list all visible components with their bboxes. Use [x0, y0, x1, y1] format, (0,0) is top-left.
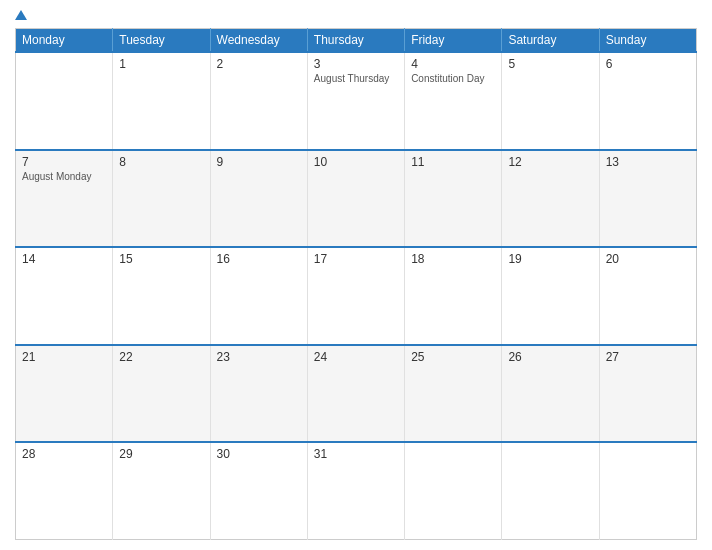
calendar-cell: 22 [113, 345, 210, 443]
calendar-week-1: 123August Thursday4Constitution Day56 [16, 52, 697, 150]
weekday-header-wednesday: Wednesday [210, 29, 307, 53]
calendar-cell: 7August Monday [16, 150, 113, 248]
calendar-cell: 2 [210, 52, 307, 150]
day-number: 18 [411, 252, 495, 266]
calendar-cell: 6 [599, 52, 696, 150]
calendar-cell: 26 [502, 345, 599, 443]
calendar-cell: 10 [307, 150, 404, 248]
day-number: 1 [119, 57, 203, 71]
calendar-week-4: 21222324252627 [16, 345, 697, 443]
calendar-week-2: 7August Monday8910111213 [16, 150, 697, 248]
day-number: 19 [508, 252, 592, 266]
calendar-cell: 28 [16, 442, 113, 540]
day-number: 7 [22, 155, 106, 169]
page: MondayTuesdayWednesdayThursdayFridaySatu… [0, 0, 712, 550]
calendar-cell: 17 [307, 247, 404, 345]
calendar-week-5: 28293031 [16, 442, 697, 540]
day-number: 3 [314, 57, 398, 71]
day-number: 12 [508, 155, 592, 169]
day-number: 2 [217, 57, 301, 71]
calendar-cell: 25 [405, 345, 502, 443]
calendar-week-3: 14151617181920 [16, 247, 697, 345]
day-number: 26 [508, 350, 592, 364]
day-number: 22 [119, 350, 203, 364]
event-label: August Monday [22, 171, 106, 182]
calendar-cell: 29 [113, 442, 210, 540]
day-number: 6 [606, 57, 690, 71]
day-number: 8 [119, 155, 203, 169]
calendar-cell: 27 [599, 345, 696, 443]
calendar-cell: 20 [599, 247, 696, 345]
day-number: 13 [606, 155, 690, 169]
calendar-cell: 14 [16, 247, 113, 345]
day-number: 23 [217, 350, 301, 364]
header [15, 10, 697, 20]
calendar-cell [599, 442, 696, 540]
calendar-cell: 4Constitution Day [405, 52, 502, 150]
calendar-cell: 18 [405, 247, 502, 345]
weekday-header-thursday: Thursday [307, 29, 404, 53]
weekday-header-tuesday: Tuesday [113, 29, 210, 53]
calendar-cell: 16 [210, 247, 307, 345]
day-number: 25 [411, 350, 495, 364]
day-number: 30 [217, 447, 301, 461]
day-number: 4 [411, 57, 495, 71]
calendar-cell: 23 [210, 345, 307, 443]
logo-triangle-icon [15, 10, 27, 20]
calendar-cell: 12 [502, 150, 599, 248]
day-number: 20 [606, 252, 690, 266]
calendar-cell: 30 [210, 442, 307, 540]
calendar-cell [16, 52, 113, 150]
logo [15, 10, 29, 20]
day-number: 17 [314, 252, 398, 266]
weekday-header-monday: Monday [16, 29, 113, 53]
day-number: 29 [119, 447, 203, 461]
day-number: 27 [606, 350, 690, 364]
day-number: 10 [314, 155, 398, 169]
day-number: 21 [22, 350, 106, 364]
calendar-cell: 24 [307, 345, 404, 443]
calendar-cell: 9 [210, 150, 307, 248]
day-number: 9 [217, 155, 301, 169]
day-number: 5 [508, 57, 592, 71]
calendar-table: MondayTuesdayWednesdayThursdayFridaySatu… [15, 28, 697, 540]
weekday-header-sunday: Sunday [599, 29, 696, 53]
weekday-header-saturday: Saturday [502, 29, 599, 53]
calendar-cell: 1 [113, 52, 210, 150]
calendar-cell: 11 [405, 150, 502, 248]
day-number: 14 [22, 252, 106, 266]
day-number: 11 [411, 155, 495, 169]
day-number: 15 [119, 252, 203, 266]
day-number: 24 [314, 350, 398, 364]
calendar-cell: 19 [502, 247, 599, 345]
calendar-cell: 21 [16, 345, 113, 443]
calendar-cell: 15 [113, 247, 210, 345]
calendar-cell: 31 [307, 442, 404, 540]
logo-blue-text [15, 10, 29, 20]
calendar-header-row: MondayTuesdayWednesdayThursdayFridaySatu… [16, 29, 697, 53]
day-number: 31 [314, 447, 398, 461]
event-label: Constitution Day [411, 73, 495, 84]
calendar-cell: 8 [113, 150, 210, 248]
day-number: 16 [217, 252, 301, 266]
event-label: August Thursday [314, 73, 398, 84]
weekday-header-friday: Friday [405, 29, 502, 53]
day-number: 28 [22, 447, 106, 461]
calendar-cell: 3August Thursday [307, 52, 404, 150]
calendar-cell: 13 [599, 150, 696, 248]
calendar-cell: 5 [502, 52, 599, 150]
calendar-cell [405, 442, 502, 540]
calendar-cell [502, 442, 599, 540]
